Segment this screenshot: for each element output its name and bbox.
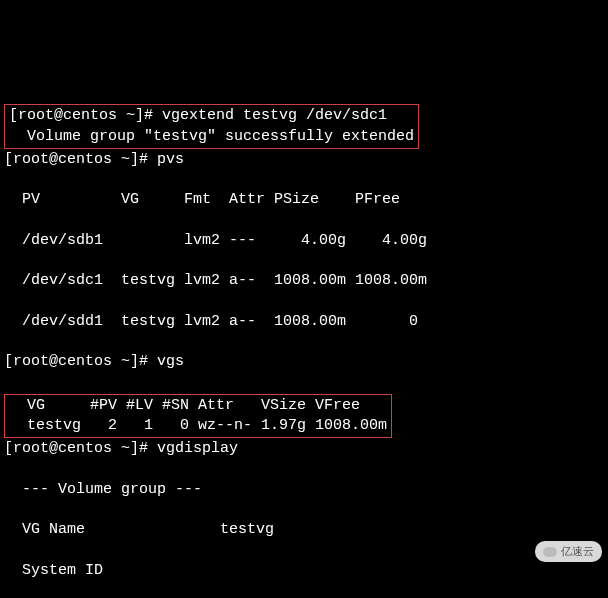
highlight-box-vgextend: [root@centos ~]# vgextend testvg /dev/sd… xyxy=(4,104,419,149)
watermark-badge: 亿速云 xyxy=(535,541,602,562)
prompt: [root@centos ~]# xyxy=(4,440,157,457)
pvs-row: /dev/sdd1 testvg lvm2 a-- 1008.00m 0 xyxy=(4,312,604,332)
vgdisplay-separator: --- Volume group --- xyxy=(4,480,604,500)
cloud-icon xyxy=(543,547,557,557)
vgdisplay-row: VG Name testvg xyxy=(4,520,604,540)
pvs-header: PV VG Fmt Attr PSize PFree xyxy=(4,190,604,210)
pvs-row: /dev/sdb1 lvm2 --- 4.00g 4.00g xyxy=(4,231,604,251)
pvs-row: /dev/sdc1 testvg lvm2 a-- 1008.00m 1008.… xyxy=(4,271,604,291)
watermark-text: 亿速云 xyxy=(561,544,594,559)
command-vgdisplay: vgdisplay xyxy=(157,440,238,457)
output-vgextend: Volume group "testvg" successfully exten… xyxy=(9,127,414,147)
prompt: [root@centos ~]# xyxy=(9,107,162,124)
vgs-header: VG #PV #LV #SN Attr VSize VFree xyxy=(9,396,387,416)
command-pvs: pvs xyxy=(157,151,184,168)
prompt: [root@centos ~]# xyxy=(4,151,157,168)
highlight-box-vgs: VG #PV #LV #SN Attr VSize VFree testvg 2… xyxy=(4,394,392,439)
command-vgs: vgs xyxy=(157,353,184,370)
vgdisplay-row: System ID xyxy=(4,561,604,581)
terminal-output: [root@centos ~]# vgextend testvg /dev/sd… xyxy=(0,81,608,598)
vgs-row: testvg 2 1 0 wz--n- 1.97g 1008.00m xyxy=(9,416,387,436)
prompt: [root@centos ~]# xyxy=(4,353,157,370)
command-vgextend: vgextend testvg /dev/sdc1 xyxy=(162,107,387,124)
